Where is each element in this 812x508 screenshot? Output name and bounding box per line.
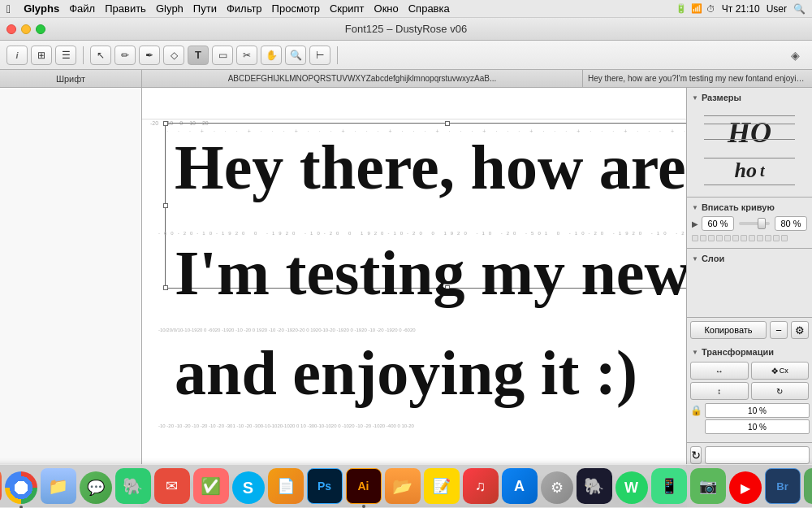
menubar-glyph[interactable]: Glyph: [156, 2, 184, 15]
dock-pages[interactable]: 📄: [268, 468, 304, 504]
sizes-header[interactable]: ▼ Размеры: [687, 91, 812, 104]
info-button[interactable]: i: [6, 46, 28, 65]
dock-chrome[interactable]: [5, 471, 37, 504]
mirror-h-button[interactable]: ↔: [690, 362, 749, 380]
fit-dot-9[interactable]: [757, 235, 763, 241]
menubar-filter[interactable]: Фильтр: [227, 2, 262, 15]
fit-dot-7[interactable]: [741, 235, 747, 241]
text-icon: T: [195, 49, 201, 61]
text-line-3[interactable]: and enjoying it :): [175, 338, 637, 408]
dock-vlc[interactable]: ▶: [729, 471, 762, 504]
dock-downloads[interactable]: 📁: [41, 468, 76, 504]
grid-button[interactable]: ⊞: [31, 46, 52, 65]
dock-bridge[interactable]: Br: [765, 468, 801, 504]
text-line-2[interactable]: I'm testing my new font: [175, 238, 686, 308]
copy-button[interactable]: Копировать: [690, 321, 767, 339]
menubar-search-icon[interactable]: 🔍: [793, 3, 806, 15]
menubar-script[interactable]: Скрипт: [330, 2, 365, 15]
rotate-button[interactable]: ↻: [751, 382, 810, 400]
menubar-view[interactable]: Просмотр: [272, 2, 320, 15]
menubar-edit[interactable]: Править: [105, 2, 146, 15]
lock-icon[interactable]: 🔒: [690, 405, 702, 416]
dock-messages[interactable]: 💬: [80, 471, 112, 504]
pencil-tool[interactable]: ✒: [139, 46, 160, 65]
value-input[interactable]: [705, 446, 810, 464]
fit-pct2-input[interactable]: [775, 216, 807, 231]
zoom-tool[interactable]: 🔍: [285, 46, 306, 65]
dock-facetime[interactable]: 📷: [690, 468, 726, 504]
fit-dot-3[interactable]: [708, 235, 715, 241]
fit-dot-10[interactable]: [765, 235, 771, 241]
fit-dot-1[interactable]: [692, 235, 698, 241]
pen-tool[interactable]: ✏: [114, 46, 136, 65]
menubar-app-name[interactable]: Glyphs: [24, 2, 59, 15]
font-list[interactable]: [0, 88, 141, 508]
minimize-button[interactable]: [21, 24, 31, 34]
fit-dot-4[interactable]: [716, 235, 723, 241]
apple-menu[interactable]: : [6, 2, 11, 15]
measure-tool[interactable]: ⊢: [309, 46, 330, 65]
scissors-tool[interactable]: ✂: [236, 46, 257, 65]
menubar-path[interactable]: Пути: [193, 2, 217, 15]
close-button[interactable]: [6, 24, 16, 34]
dock-spark[interactable]: ✉: [154, 468, 190, 504]
zoom-icon: 🔍: [290, 50, 302, 61]
master-tool[interactable]: ◈: [784, 46, 806, 65]
dock-glyphs[interactable]: G: [804, 468, 813, 504]
dock-appstore[interactable]: A: [502, 468, 538, 504]
dock-folder-orange[interactable]: 📂: [385, 468, 421, 504]
node-tool[interactable]: ◇: [163, 46, 184, 65]
drawing-canvas[interactable]: -20-1001020 ↗: [142, 88, 686, 479]
layers-header[interactable]: ▼ Слои: [687, 252, 812, 265]
transform-header[interactable]: ▼ Трансформации: [687, 345, 812, 358]
text-tool[interactable]: T: [188, 46, 209, 65]
fit-pct1-input[interactable]: [702, 216, 734, 231]
drawing-area[interactable]: -20-1001020 ↗: [142, 88, 686, 508]
minus-button[interactable]: −: [770, 321, 788, 339]
pan-tool[interactable]: ✋: [261, 46, 282, 65]
dock-itunes[interactable]: ♫: [463, 468, 499, 504]
list-button[interactable]: ☰: [55, 46, 76, 65]
rectangle-tool[interactable]: ▭: [212, 46, 233, 65]
settings-button[interactable]: ⚙: [791, 321, 809, 339]
menubar-file[interactable]: Файл: [69, 2, 95, 15]
move-icon-btn[interactable]: ✥ Cx: [751, 362, 810, 380]
selection-handle-bl[interactable]: [163, 285, 168, 290]
menubar-help[interactable]: Справка: [408, 2, 450, 15]
fit-curve-header[interactable]: ▼ Вписать кривую: [687, 201, 812, 214]
fit-dot-6[interactable]: [732, 235, 739, 241]
scale-y-input[interactable]: [705, 419, 810, 434]
selection-handle-ml[interactable]: [163, 203, 168, 208]
dock-illustrator[interactable]: Ai: [346, 468, 382, 504]
maximize-button[interactable]: [36, 24, 45, 34]
dock-sysprefs[interactable]: ⚙: [541, 471, 573, 504]
spark-icon: ✉: [166, 477, 178, 495]
fit-slider-thumb[interactable]: [758, 218, 766, 229]
fit-slider[interactable]: [739, 222, 770, 225]
undo-button[interactable]: ↺: [690, 446, 702, 464]
dock-notes[interactable]: 📝: [424, 468, 460, 504]
dock-evernote2[interactable]: 🐘: [577, 468, 612, 504]
minus-icon: −: [775, 324, 782, 336]
hand-icon: ✋: [266, 50, 278, 61]
select-tool[interactable]: ↖: [90, 46, 111, 65]
dock-launchpad[interactable]: 🚀: [0, 468, 2, 504]
mirror-v-button[interactable]: ↕: [690, 382, 749, 400]
menubar-window[interactable]: Окно: [374, 2, 399, 15]
fit-dot-8[interactable]: [749, 235, 755, 241]
fit-dot-11[interactable]: [773, 235, 780, 241]
text-line-1[interactable]: Hey there, how are you?: [175, 132, 686, 202]
dock-whatsapp[interactable]: W: [615, 471, 648, 504]
selection-handle-tm[interactable]: [445, 121, 450, 126]
ho-lower-display: h o t: [701, 153, 798, 189]
fit-dot-2[interactable]: [700, 235, 706, 241]
selection-handle-tl[interactable]: [163, 121, 168, 126]
dock-reminders[interactable]: ✅: [193, 468, 229, 504]
fit-dot-12[interactable]: [781, 235, 788, 241]
fit-dot-5[interactable]: [724, 235, 731, 241]
dock-skype[interactable]: S: [232, 471, 265, 504]
dock-android[interactable]: 📱: [651, 468, 687, 504]
dock-evernote[interactable]: 🐘: [115, 468, 151, 504]
scale-x-input[interactable]: [705, 403, 810, 418]
dock-photoshop[interactable]: Ps: [307, 468, 343, 504]
